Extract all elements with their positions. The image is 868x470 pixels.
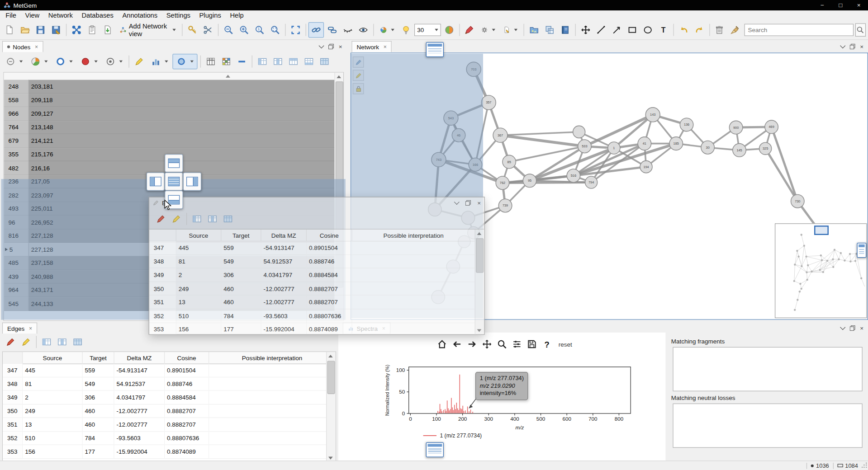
show-items-eye-open-button[interactable]: [356, 23, 371, 37]
interp-cell[interactable]: [352, 309, 475, 323]
node-glow-button[interactable]: [172, 54, 197, 69]
delta-cell[interactable]: -15.992004: [114, 445, 165, 459]
edges-col-header[interactable]: Source: [176, 230, 221, 241]
scissors-button[interactable]: [201, 23, 215, 37]
source-cell[interactable]: 81: [176, 255, 221, 268]
delta-cell[interactable]: -93.5603: [261, 309, 307, 323]
node-target-button[interactable]: [102, 54, 126, 69]
fp-pen-red-button[interactable]: [154, 212, 168, 226]
edges-col-header[interactable]: Cosine: [307, 230, 352, 241]
cosine-cell[interactable]: 0.888746: [307, 255, 352, 268]
edges-col-header[interactable]: Target: [221, 230, 261, 241]
source-cell[interactable]: 156: [23, 445, 82, 459]
dart-button[interactable]: [462, 23, 477, 37]
menu-plugins[interactable]: Plugins: [195, 10, 226, 20]
hide-items-eye-closed-button[interactable]: [341, 23, 355, 37]
delta-cell[interactable]: 4.0341797: [261, 268, 307, 282]
neutral-loss-filter-button[interactable]: [2, 54, 26, 69]
process-file-button[interactable]: [69, 23, 84, 37]
floating-panel-menu-icon[interactable]: [454, 199, 459, 205]
minimap-viewport[interactable]: [814, 226, 829, 235]
export-image-button[interactable]: [527, 23, 541, 37]
mz-cell[interactable]: 203,181: [29, 80, 335, 94]
cosine-cell[interactable]: 0.8882707: [307, 282, 352, 296]
row-header[interactable]: 347: [149, 241, 176, 254]
source-cell[interactable]: 2: [176, 268, 221, 282]
target-cell[interactable]: 559: [221, 241, 261, 254]
autohide-handle-right[interactable]: [857, 243, 866, 258]
row-header[interactable]: 348: [3, 377, 23, 391]
plot-save-button[interactable]: [525, 338, 538, 351]
interp-cell[interactable]: [352, 268, 475, 282]
interp-cell[interactable]: [209, 404, 327, 418]
export-annotations-button[interactable]: [500, 23, 521, 37]
target-cell[interactable]: 460: [221, 296, 261, 309]
target-cell[interactable]: 460: [221, 282, 261, 296]
edges-table-row[interactable]: 353156177-15.9920040.8874089: [149, 323, 475, 334]
nodes-dock-menu-icon[interactable]: [318, 43, 324, 48]
source-cell[interactable]: 510: [176, 309, 221, 323]
edges-table-row[interactable]: 3488154954.9125370.888746: [149, 255, 475, 268]
target-cell[interactable]: 549: [83, 377, 114, 391]
tab-network[interactable]: Network ×: [351, 41, 392, 52]
hide-column-button[interactable]: [235, 54, 249, 69]
minimize-button[interactable]: −: [813, 0, 831, 10]
target-cell[interactable]: 177: [221, 323, 261, 334]
cosine-cell[interactable]: 0.8874089: [307, 323, 352, 334]
row-header[interactable]: 679: [4, 134, 29, 148]
row-header[interactable]: 353: [3, 445, 23, 459]
cosine-cell[interactable]: 0.8882707: [165, 418, 209, 432]
network-tab-close-icon[interactable]: ×: [384, 44, 387, 50]
row-header[interactable]: 352: [3, 432, 23, 445]
save-as-button[interactable]: [49, 23, 63, 37]
cosine-cell[interactable]: 0.8884584: [165, 391, 209, 404]
zoom-reset-button[interactable]: 1: [252, 23, 267, 37]
draw-line-button[interactable]: [594, 23, 608, 37]
edges-table-row[interactable]: 350249460-12.0027770.8882707: [3, 404, 327, 418]
menu-help[interactable]: Help: [226, 10, 248, 20]
edges-table-view-2-button[interactable]: [55, 335, 69, 349]
fp-table-view-3-button[interactable]: [221, 212, 235, 226]
interp-cell[interactable]: [352, 323, 475, 334]
draw-text-button[interactable]: T: [656, 23, 670, 37]
table-view-all-button[interactable]: [255, 54, 270, 69]
interp-cell[interactable]: [209, 445, 327, 459]
nodes-table-row[interactable]: 764213,148: [4, 121, 335, 134]
menu-databases[interactable]: Databases: [77, 10, 118, 20]
row-header[interactable]: 351: [3, 418, 23, 432]
menu-settings[interactable]: Settings: [162, 10, 195, 20]
floating-panel-close-icon[interactable]: ×: [477, 200, 481, 207]
interp-cell[interactable]: [352, 255, 475, 268]
interp-cell[interactable]: [209, 377, 327, 391]
fp-table-view-2-button[interactable]: [205, 212, 220, 226]
cosine-cell[interactable]: 0.8882707: [307, 296, 352, 309]
new-document-button[interactable]: [2, 23, 17, 37]
network-dock-float-icon[interactable]: [849, 44, 855, 49]
link-views-button[interactable]: [325, 23, 340, 37]
nodes-table-row[interactable]: 558209,118: [4, 94, 335, 107]
tab-edges[interactable]: Edges ×: [2, 323, 37, 334]
edges-table-row[interactable]: 35113460-12.0027770.8882707: [149, 296, 475, 309]
nodes-dock-close-icon[interactable]: ×: [339, 43, 342, 50]
pie-color-mapping-button[interactable]: [377, 23, 398, 37]
plot-reset-button[interactable]: reset: [559, 341, 572, 348]
floating-panel-float-icon[interactable]: [465, 200, 470, 206]
edges-col-header[interactable]: Delta MZ: [261, 230, 307, 241]
edge-pen-red-button[interactable]: [3, 335, 18, 349]
open-file-button[interactable]: [18, 23, 32, 37]
row-header[interactable]: 355: [4, 148, 29, 161]
edges-col-header[interactable]: Possible interpretation: [209, 352, 336, 364]
row-header[interactable]: 764: [4, 121, 29, 134]
edges-table-row[interactable]: 347445559-54.9131470.8901504: [149, 241, 475, 254]
cosine-cell[interactable]: 0.8874089: [165, 445, 209, 459]
edge-pen-yellow-button[interactable]: [19, 335, 33, 349]
interp-cell[interactable]: [209, 432, 327, 445]
color-table-button[interactable]: [219, 54, 233, 69]
sphere-style-button[interactable]: [442, 23, 456, 37]
plot-pan-button[interactable]: [480, 338, 493, 351]
autohide-handle-top[interactable]: [426, 42, 444, 57]
minimap[interactable]: [775, 223, 867, 318]
delta-cell[interactable]: -12.002777: [114, 404, 165, 418]
mz-cell[interactable]: 209,127: [29, 107, 335, 121]
highlight-pen-button[interactable]: [132, 54, 147, 69]
